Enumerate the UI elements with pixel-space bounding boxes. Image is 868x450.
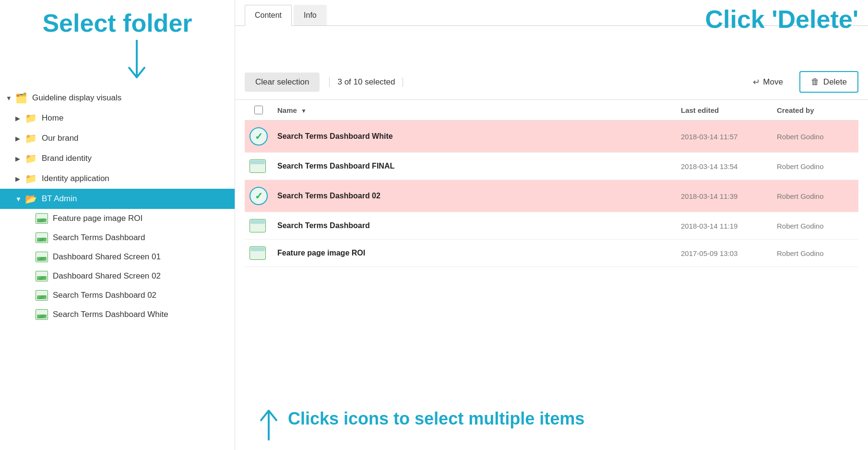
col-header-name[interactable]: Name ▼ [273, 100, 676, 121]
folder-icon-bt-admin: 📂 [25, 193, 37, 205]
sidebar: Select folder ▼ 🗂️ Guideline display vis… [0, 0, 235, 450]
tab-content[interactable]: Content [245, 5, 292, 26]
row-1-check-cell[interactable]: ✓ [245, 121, 273, 153]
row-1-check-circle[interactable]: ✓ [250, 127, 268, 146]
row-4-creator: Robert Godino [772, 212, 858, 240]
sidebar-label-identity-app: Identity application [42, 174, 109, 183]
row-3-date: 2018-03-14 11:39 [676, 180, 772, 212]
sidebar-root-label: Guideline display visuals [32, 93, 121, 103]
sidebar-item-dashboard-shared-02[interactable]: ▶ Dashboard Shared Screen 02 [0, 267, 235, 286]
selection-count: 3 of 10 selected [329, 77, 403, 87]
sidebar-item-dashboard-shared-01[interactable]: ▶ Dashboard Shared Screen 01 [0, 247, 235, 267]
caret-home: ▶ [15, 115, 22, 122]
table-row: ✓ Search Terms Dashboard 02 2018-03-14 1… [245, 180, 858, 212]
row-1-name: Search Terms Dashboard White [273, 121, 676, 153]
sidebar-item-bt-admin[interactable]: ▼ 📂 BT Admin [0, 189, 235, 209]
sidebar-label-home: Home [42, 113, 63, 123]
file-icon-dashboard-02 [36, 271, 48, 281]
row-3-name: Search Terms Dashboard 02 [273, 180, 676, 212]
table-header-row: Name ▼ Last edited Created by [245, 100, 858, 121]
content-table: Name ▼ Last edited Created by ✓ Search T… [235, 100, 868, 402]
delete-button[interactable]: 🗑 Delete [799, 71, 858, 93]
row-3-check-cell[interactable]: ✓ [245, 180, 273, 212]
folder-icon-our-brand: 📁 [25, 133, 37, 144]
caret-identity-app: ▶ [15, 175, 22, 182]
main-panel: Click 'Delete' Content Info Clear select… [235, 0, 868, 450]
table-row: Search Terms Dashboard FINAL 2018-03-14 … [245, 153, 858, 180]
caret-bt-admin: ▼ [15, 195, 22, 203]
select-all-checkbox[interactable] [254, 106, 263, 114]
clicks-icons-annotation: Clicks icons to select multiple items [288, 407, 584, 429]
sidebar-item-feature-page[interactable]: ▶ Feature page image ROI [0, 209, 235, 228]
sidebar-item-search-terms-02[interactable]: ▶ Search Terms Dashboard 02 [0, 286, 235, 305]
sidebar-item-identity-application[interactable]: ▶ 📁 Identity application [0, 169, 235, 189]
sidebar-item-our-brand[interactable]: ▶ 📁 Our brand [0, 128, 235, 148]
sidebar-label-search-terms-white: Search Terms Dashboard White [53, 310, 168, 319]
file-icon-dashboard-01 [36, 252, 48, 262]
sidebar-label-feature-page: Feature page image ROI [53, 214, 143, 223]
move-button[interactable]: ↵ Move [744, 72, 792, 92]
sidebar-item-brand-identity[interactable]: ▶ 📁 Brand identity [0, 148, 235, 169]
sidebar-label-search-terms: Search Terms Dashboard [53, 233, 145, 243]
bottom-annotation-area: Clicks icons to select multiple items [235, 402, 868, 450]
folder-icon-home: 📁 [25, 112, 37, 124]
row-2-creator: Robert Godino [772, 153, 858, 180]
table-row: ✓ Search Terms Dashboard White 2018-03-1… [245, 121, 858, 153]
caret-brand-identity: ▶ [15, 155, 22, 162]
row-5-file-thumb[interactable] [250, 246, 266, 260]
row-2-date: 2018-03-14 13:54 [676, 153, 772, 180]
row-4-date: 2018-03-14 11:19 [676, 212, 772, 240]
row-4-check-cell[interactable] [245, 212, 273, 240]
sidebar-label-our-brand: Our brand [42, 134, 79, 143]
row-2-name: Search Terms Dashboard FINAL [273, 153, 676, 180]
row-3-creator: Robert Godino [772, 180, 858, 212]
col-header-last-edited: Last edited [676, 100, 772, 121]
file-icon-feature-page [36, 213, 48, 224]
file-icon-search-terms-white [36, 309, 48, 320]
row-4-file-thumb[interactable] [250, 219, 266, 232]
sidebar-item-search-terms[interactable]: ▶ Search Terms Dashboard [0, 228, 235, 247]
sidebar-label-bt-admin: BT Admin [42, 194, 77, 204]
row-5-name: Feature page image ROI [273, 240, 676, 267]
sidebar-tree: ▼ 🗂️ Guideline display visuals ▶ 📁 Home … [0, 88, 235, 450]
file-icon-search-terms-02 [36, 290, 48, 301]
row-5-date: 2017-05-09 13:03 [676, 240, 772, 267]
tab-info[interactable]: Info [294, 5, 327, 25]
select-folder-annotation: Select folder [0, 5, 235, 37]
row-2-file-thumb[interactable] [250, 159, 266, 173]
move-label: Move [763, 77, 783, 87]
sidebar-item-home[interactable]: ▶ 📁 Home [0, 108, 235, 128]
clear-selection-button[interactable]: Clear selection [245, 73, 320, 92]
table-row: Feature page image ROI 2017-05-09 13:03 … [245, 240, 858, 267]
row-2-check-cell[interactable] [245, 153, 273, 180]
sidebar-item-search-terms-white[interactable]: ▶ Search Terms Dashboard White [0, 305, 235, 324]
row-1-date: 2018-03-14 11:57 [676, 121, 772, 153]
folder-icon-identity-app: 📁 [25, 173, 37, 184]
sidebar-label-dashboard-01: Dashboard Shared Screen 01 [53, 252, 161, 262]
sort-arrow-icon: ▼ [301, 108, 307, 114]
folder-icon-root: 🗂️ [15, 92, 27, 104]
toolbar: Clear selection 3 of 10 selected ↵ Move … [235, 64, 868, 100]
col-header-checkbox [245, 100, 273, 121]
sidebar-root-item[interactable]: ▼ 🗂️ Guideline display visuals [0, 88, 235, 108]
caret-root: ▼ [6, 95, 12, 102]
row-1-creator: Robert Godino [772, 121, 858, 153]
delete-label: Delete [823, 77, 847, 87]
checkmark-icon: ✓ [255, 190, 263, 202]
select-folder-arrow [0, 37, 235, 88]
checkmark-icon: ✓ [255, 131, 263, 142]
trash-icon: 🗑 [811, 77, 820, 87]
row-5-check-cell[interactable] [245, 240, 273, 267]
file-icon-search-terms [36, 232, 48, 243]
col-header-created-by: Created by [772, 100, 858, 121]
col-name-label: Name [277, 106, 297, 114]
caret-our-brand: ▶ [15, 135, 22, 142]
row-5-creator: Robert Godino [772, 240, 858, 267]
sidebar-label-brand-identity: Brand identity [42, 154, 92, 163]
move-icon: ↵ [753, 77, 760, 87]
sidebar-label-dashboard-02: Dashboard Shared Screen 02 [53, 271, 161, 281]
clicks-icons-arrow [254, 407, 283, 445]
folder-icon-brand-identity: 📁 [25, 153, 37, 164]
table-row: Search Terms Dashboard 2018-03-14 11:19 … [245, 212, 858, 240]
row-3-check-circle[interactable]: ✓ [250, 187, 268, 205]
